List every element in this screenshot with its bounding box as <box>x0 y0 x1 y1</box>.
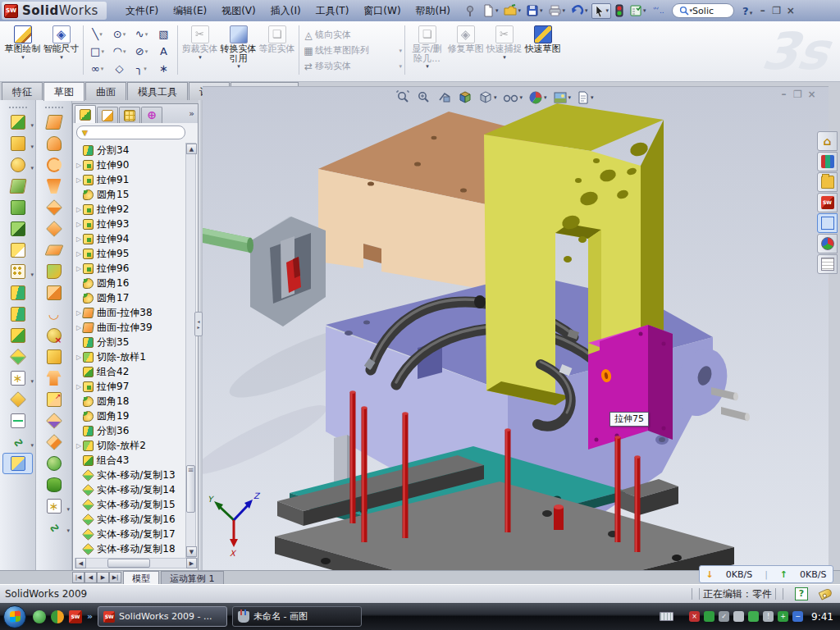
boss-icon[interactable] <box>0 197 35 218</box>
select-icon[interactable]: ▾ <box>591 3 612 19</box>
overflow-icon[interactable]: ⺍.. <box>650 3 666 18</box>
zoom-to-area-icon[interactable] <box>417 90 431 105</box>
tree-item[interactable]: 圆角19 <box>75 409 186 423</box>
cut-icon[interactable] <box>0 218 35 240</box>
combine-icon[interactable] <box>0 325 35 346</box>
volume-icon[interactable] <box>733 611 744 622</box>
tree-item[interactable]: 圆角17 <box>75 290 186 305</box>
knit-surface-icon[interactable] <box>36 431 71 453</box>
planar-surface-icon[interactable] <box>36 240 71 261</box>
plane-icon[interactable] <box>0 389 35 410</box>
lofted-surface-icon[interactable] <box>36 176 71 197</box>
pin-icon[interactable] <box>462 3 478 18</box>
annotations-icon[interactable]: ▾ <box>577 91 594 104</box>
scroll-right-icon[interactable]: ▶ <box>186 558 197 568</box>
slot-icon[interactable]: ∞▾ <box>86 60 108 77</box>
tree-item[interactable]: 实体-移动/复制17 <box>75 527 186 541</box>
loft-icon[interactable] <box>0 176 35 197</box>
tree-item[interactable]: ▷拉伸92 <box>75 202 186 217</box>
circle-icon[interactable]: ⊙▾ <box>108 25 130 43</box>
gray-insert-block[interactable] <box>250 217 326 326</box>
untrim-surface-icon[interactable] <box>36 368 71 389</box>
save-icon[interactable]: ▾ <box>524 3 545 18</box>
curve-icon[interactable]: ▾ <box>0 431 35 453</box>
custom-properties-tab[interactable] <box>817 254 838 274</box>
menu-item[interactable]: 文件(F) <box>118 1 166 21</box>
menu-item[interactable]: 插入(I) <box>263 1 308 21</box>
antivirus-icon[interactable] <box>704 611 714 622</box>
close-button[interactable]: × <box>783 5 797 16</box>
tree-item[interactable]: 组合42 <box>75 364 186 379</box>
tree-item[interactable]: 分割36 <box>75 423 186 438</box>
tree-item[interactable]: ▷拉伸97 <box>75 379 186 394</box>
update-icon[interactable]: ✓ <box>719 611 729 622</box>
tree-item[interactable]: ▷拉伸93 <box>75 217 186 231</box>
start-button[interactable] <box>3 605 26 628</box>
doc-tab-motion-study[interactable]: 运动算例 1 <box>161 571 224 584</box>
mid-surface-icon[interactable] <box>36 474 71 495</box>
tab-特征[interactable]: 特征 <box>2 82 43 100</box>
tree-item[interactable]: ▷拉伸95 <box>75 246 186 261</box>
expand-arrow-icon[interactable]: ▷ <box>75 221 83 228</box>
ellipse-icon[interactable]: ⊘▾ <box>130 43 153 60</box>
taskbar-clock[interactable]: 9:41 <box>811 611 833 623</box>
model-canvas[interactable]: Y Z X <box>203 87 829 570</box>
media-icon[interactable] <box>51 610 64 623</box>
select-entities-icon[interactable]: ▧ <box>153 25 175 43</box>
tab-模具工具[interactable]: 模具工具 <box>127 82 188 100</box>
expand-arrow-icon[interactable]: ▷ <box>75 206 83 213</box>
taskbar-window-sw[interactable]: SWSolidWorks 2009 - ... <box>98 606 227 627</box>
instant3d-icon[interactable] <box>2 453 33 474</box>
appearances-icon[interactable]: ▾ <box>528 90 547 105</box>
doc-restore-button[interactable]: ❐ <box>791 89 805 100</box>
expand-arrow-icon[interactable]: ▷ <box>75 354 83 361</box>
split-icon-2[interactable] <box>0 304 35 325</box>
graphics-viewport[interactable]: Y Z X ▾▾▾▾▾ – ❐ × 拉伸75 <box>203 86 829 570</box>
extrude-boss-icon[interactable]: ▾ <box>0 112 35 133</box>
view-orientation-icon[interactable] <box>458 90 472 105</box>
scroll-up-icon[interactable]: ▲ <box>186 144 197 154</box>
move-copy-icon[interactable] <box>0 346 35 368</box>
revolved-surface-icon[interactable] <box>36 133 71 154</box>
input-method-keyboard-icon[interactable] <box>660 612 673 621</box>
replace-face-icon[interactable] <box>36 346 71 368</box>
featuremanager-tab[interactable] <box>75 105 96 123</box>
delete-face-icon[interactable] <box>36 325 71 346</box>
vertical-scroll-thumb[interactable] <box>186 465 195 513</box>
point-icon[interactable]: ∗ <box>153 60 175 77</box>
offset-surface-icon[interactable] <box>36 261 71 282</box>
tree-item[interactable]: 圆角16 <box>75 276 186 290</box>
tab-曲面[interactable]: 曲面 <box>85 82 126 100</box>
trim-surface-icon[interactable] <box>36 410 71 431</box>
sketch-text-icon[interactable]: A <box>153 43 175 60</box>
display-style-icon[interactable]: ▾ <box>478 90 497 105</box>
fillet-icon[interactable]: ▾ <box>0 154 35 176</box>
menu-item[interactable]: 窗口(W) <box>356 1 408 21</box>
menu-item[interactable]: 视图(V) <box>214 1 263 21</box>
tag-icon[interactable] <box>819 587 833 600</box>
smart-dimension-button[interactable]: 智能尺寸▾ <box>42 24 80 61</box>
tree-item[interactable]: ▷切除-放样2 <box>75 438 186 453</box>
tree-item[interactable]: 圆角18 <box>75 394 186 409</box>
filled-surface-icon[interactable] <box>36 218 71 240</box>
network-warning-icon[interactable]: ! <box>763 611 774 622</box>
security-center-icon[interactable]: × <box>689 611 700 622</box>
expand-arrow-icon[interactable]: ▷ <box>75 176 83 184</box>
panel-tabs-overflow-icon[interactable]: » <box>189 108 194 119</box>
tree-item[interactable]: ▷拉伸90 <box>75 158 186 172</box>
ruled-surface-icon[interactable] <box>36 282 71 304</box>
extrude-cut-icon[interactable]: ▾ <box>0 133 35 154</box>
minimize-button[interactable]: – <box>756 5 769 16</box>
sketch-fillet-icon[interactable]: ╮▾ <box>130 60 153 77</box>
expand-arrow-icon[interactable]: ▷ <box>75 265 83 272</box>
reference-geometry-icon[interactable]: ▾ <box>36 495 71 517</box>
reference-point-icon[interactable]: ▾ <box>0 368 35 389</box>
search-box[interactable]: ▾ <box>672 3 735 18</box>
hide-show-items-icon[interactable]: ▾ <box>503 91 523 104</box>
tree-item[interactable]: ▷拉伸94 <box>75 231 186 246</box>
doc-minimize-button[interactable]: – <box>777 89 791 100</box>
open-icon[interactable]: ▾ <box>502 3 523 18</box>
menu-item[interactable]: 编辑(E) <box>166 1 214 21</box>
line-icon[interactable]: ╲▾ <box>86 25 108 43</box>
tree-item[interactable]: 组合43 <box>75 453 186 468</box>
